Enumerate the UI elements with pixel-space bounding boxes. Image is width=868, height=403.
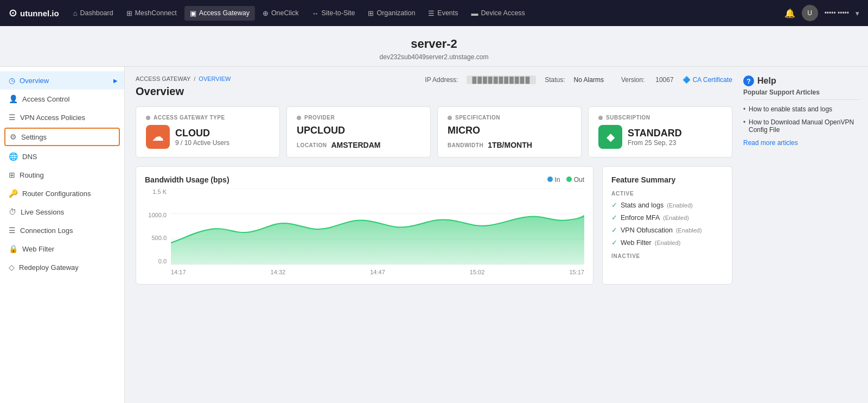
nav-meshconnect-label: MeshConnect (135, 9, 177, 17)
chart-header: Bandwidth Usage (bps) In Out (145, 175, 584, 184)
sidebar-item-overview[interactable]: ◷ Overview (0, 71, 124, 90)
info-card-gateway-type: ACCESS GATEWAY TYPE ☁ CLOUD 9 / 10 Activ… (136, 106, 280, 158)
inactive-section-label: INACTIVE (611, 253, 723, 259)
nav-access-gateway[interactable]: ▣ Access Gateway (184, 6, 255, 21)
info-card-provider: PROVIDER UPCLOUD LOCATION AMSTERDAM (286, 106, 431, 158)
gateway-type-label: ACCESS GATEWAY TYPE (146, 115, 270, 121)
bandwidth-value: 1TB/MONTH (488, 141, 532, 149)
routing-icon: ⊞ (9, 171, 15, 179)
main-layout: ◷ Overview 👤 Access Control ☰ VPN Access… (0, 67, 868, 403)
sidebar-label-web-filter: Web Filter (22, 245, 54, 253)
chart-area: 1.5 K 1000.0 500.0 0.0 (145, 188, 584, 275)
sidebar-item-dns[interactable]: 🌐 DNS (0, 147, 124, 166)
sidebar-label-overview: Overview (20, 77, 49, 85)
sidebar-item-redeploy-gateway[interactable]: ◇ Redeploy Gateway (0, 258, 124, 276)
subheader: server-2 dev232sub4049server2.utnstage.c… (0, 26, 868, 67)
location-value: AMSTERDAM (331, 141, 380, 149)
provider-kv: UPCLOUD (297, 125, 420, 136)
connection-logs-icon: ☰ (9, 226, 16, 235)
sidebar-item-live-sessions[interactable]: ⏱ Live Sessions (0, 203, 124, 221)
sidebar-label-live-sessions: Live Sessions (21, 208, 64, 216)
nav-events-label: Events (437, 9, 458, 17)
nav-site-to-site-label: Site-to-Site (322, 9, 355, 17)
legend-in-dot: In (547, 176, 560, 184)
help-article-2[interactable]: How to Download Manual OpenVPN Config Fi… (743, 118, 859, 134)
nav-meshconnect[interactable]: ⊞ MeshConnect (121, 6, 182, 21)
notification-bell-icon[interactable]: 🔔 (784, 8, 795, 18)
ip-value: ███████████ (467, 75, 536, 84)
feature-stats-name: Stats and logs (621, 202, 663, 209)
sidebar-label-router-config: Router Configurations (22, 190, 91, 198)
provider-label: PROVIDER (297, 115, 420, 121)
sidebar-item-settings[interactable]: ⚙ Settings (4, 128, 120, 146)
avatar[interactable]: U (802, 5, 818, 21)
status-label: Status: (545, 76, 565, 84)
info-card-specification: SPECIFICATION MICRO BANDWIDTH 1TB/MONTH (437, 106, 582, 158)
sidebar-item-access-control[interactable]: 👤 Access Control (0, 90, 124, 108)
oneclick-icon: ⊕ (263, 9, 269, 17)
nav-dashboard-label: Dashboard (80, 9, 113, 17)
gateway-type-content: ☁ CLOUD 9 / 10 Active Users (146, 125, 270, 149)
help-icon: ? (743, 75, 754, 86)
check-icon: ✓ (611, 213, 617, 222)
sidebar-item-vpn-access-policies[interactable]: ☰ VPN Access Policies (0, 108, 124, 127)
chart-x-labels: 14:17 14:32 14:47 15:02 15:17 (171, 269, 584, 275)
subscription-main: STANDARD (628, 128, 682, 139)
web-filter-icon: 🔒 (9, 244, 18, 253)
logo-icon: ⊙ (9, 7, 17, 19)
breadcrumb-current: OVERVIEW (199, 75, 231, 82)
brand-logo[interactable]: ⊙ utunnel.io (9, 7, 59, 19)
check-icon: ✓ (611, 226, 617, 234)
nav-device-access-label: Device Access (481, 9, 525, 17)
ca-cert-icon: 🔷 (682, 76, 691, 84)
meshconnect-icon: ⊞ (126, 9, 132, 17)
sidebar-item-web-filter[interactable]: 🔒 Web Filter (0, 240, 124, 258)
dot-icon (297, 116, 301, 120)
topnav-right: 🔔 U ••••• ••••• ▾ (784, 5, 859, 21)
site-to-site-icon: ↔ (312, 9, 319, 17)
ca-certificate-link[interactable]: 🔷 CA Certificate (682, 76, 732, 84)
user-dropdown-icon[interactable]: ▾ (856, 9, 859, 17)
chart-y-labels: 1.5 K 1000.0 500.0 0.0 (145, 188, 167, 265)
status-bar: IP Address: ███████████ Status: No Alarm… (425, 75, 732, 84)
feature-summary-title: Feature Summary (611, 175, 723, 184)
router-config-icon: 🔑 (9, 189, 18, 198)
main-content: ACCESS GATEWAY / OVERVIEW Overview IP Ad… (125, 67, 743, 403)
cloud-icon-bg: ☁ (146, 125, 170, 149)
help-article-1[interactable]: How to enable stats and logs (743, 105, 859, 113)
settings-icon: ⚙ (10, 133, 17, 141)
sidebar-item-routing[interactable]: ⊞ Routing (0, 166, 124, 184)
subscription-label: SUBSCRIPTION (598, 115, 722, 121)
check-icon: ✓ (611, 201, 617, 209)
dashboard-icon: ⌂ (73, 9, 78, 17)
subscription-icon-bg: ◆ (598, 125, 622, 149)
nav-dashboard[interactable]: ⌂ Dashboard (68, 6, 119, 21)
page-title: Overview (136, 85, 231, 98)
breadcrumb-parent[interactable]: ACCESS GATEWAY (136, 75, 190, 82)
feature-webfilter-status: (Enabled) (655, 240, 681, 246)
subscription-content: ◆ STANDARD From 25 Sep, 23 (598, 125, 722, 149)
chart-svg-area (171, 188, 584, 265)
bandwidth-chart-card: Bandwidth Usage (bps) In Out 1.5 K 1000.… (136, 166, 593, 285)
sidebar-item-connection-logs[interactable]: ☰ Connection Logs (0, 221, 124, 240)
subscription-sub: From 25 Sep, 23 (628, 139, 682, 147)
bandwidth-key: BANDWIDTH (448, 142, 483, 148)
nav-oneclick[interactable]: ⊕ OneClick (257, 6, 304, 21)
breadcrumb: ACCESS GATEWAY / OVERVIEW (136, 75, 231, 82)
spec-kv: MICRO (448, 125, 571, 136)
nav-events[interactable]: ☰ Events (423, 6, 463, 21)
status-value: No Alarms (574, 76, 604, 84)
bandwidth-kv: BANDWIDTH 1TB/MONTH (448, 141, 571, 149)
cloud-icon: ☁ (152, 130, 164, 144)
nav-site-to-site[interactable]: ↔ Site-to-Site (307, 6, 361, 21)
sidebar-item-router-configurations[interactable]: 🔑 Router Configurations (0, 184, 124, 203)
spec-value: MICRO (448, 125, 480, 136)
feature-vpn-obfuscation: ✓ VPN Obfuscation (Enabled) (611, 226, 723, 234)
top-navigation: ⊙ utunnel.io ⌂ Dashboard ⊞ MeshConnect ▣… (0, 0, 868, 26)
bandwidth-chart-svg (171, 188, 584, 265)
nav-organization[interactable]: ⊞ Organization (362, 6, 420, 21)
nav-device-access[interactable]: ▬ Device Access (466, 6, 531, 21)
ip-label: IP Address: (425, 76, 458, 84)
ca-cert-label: CA Certificate (693, 76, 732, 84)
read-more-articles-link[interactable]: Read more articles (743, 139, 859, 147)
